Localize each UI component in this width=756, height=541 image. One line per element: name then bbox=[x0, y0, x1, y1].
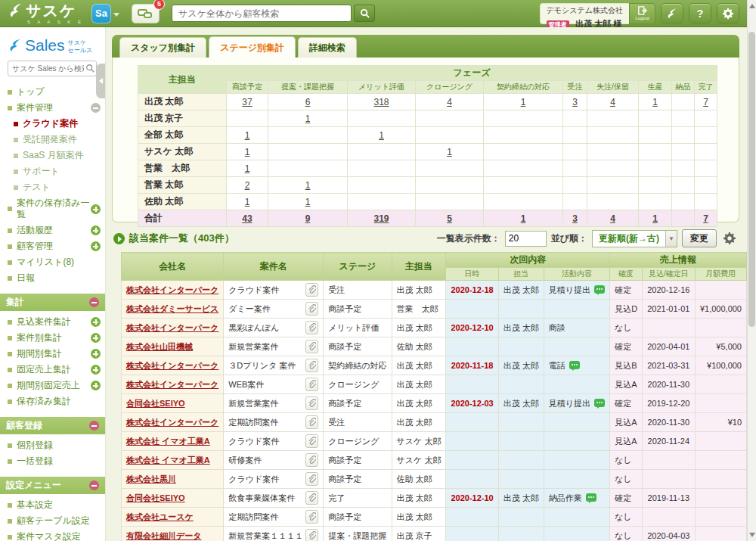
expand-plus-icon[interactable] bbox=[91, 333, 101, 343]
expand-plus-icon[interactable] bbox=[91, 241, 101, 251]
sidebar-item[interactable]: 基本設定 bbox=[0, 497, 105, 513]
scroll-down-arrow[interactable] bbox=[749, 533, 755, 537]
expand-plus-icon[interactable] bbox=[91, 225, 101, 235]
pivot-count-link[interactable]: 2 bbox=[245, 180, 250, 191]
pivot-count-link[interactable]: 1 bbox=[305, 197, 311, 207]
company-link[interactable]: 株式会社山田機械 bbox=[126, 342, 193, 351]
attachment-button[interactable] bbox=[305, 491, 318, 505]
collapse-minus-icon[interactable] bbox=[91, 103, 101, 113]
attachment-button[interactable] bbox=[305, 396, 318, 410]
company-link[interactable]: 株式会社インターパーク bbox=[126, 323, 218, 332]
collapse-minus-icon[interactable] bbox=[89, 480, 99, 490]
pivot-count-link[interactable]: 1 bbox=[652, 213, 658, 224]
pivot-count-link[interactable]: 4 bbox=[610, 97, 615, 107]
pivot-count-link[interactable]: 6 bbox=[305, 97, 311, 107]
collapse-minus-icon[interactable] bbox=[89, 297, 99, 307]
company-link[interactable]: 株式会社 イマオ工業A bbox=[126, 455, 210, 465]
sidebar-item[interactable]: トップ bbox=[0, 84, 105, 100]
comment-icon[interactable] bbox=[586, 493, 596, 502]
per-page-input[interactable] bbox=[505, 231, 547, 247]
company-link[interactable]: 株式会社インターパーク bbox=[126, 285, 218, 294]
collapse-minus-icon[interactable] bbox=[89, 421, 99, 431]
pivot-count-link[interactable]: 1 bbox=[521, 213, 526, 224]
company-link[interactable]: 合同会社SEIYO bbox=[126, 399, 185, 408]
pivot-count-link[interactable]: 9 bbox=[305, 213, 311, 224]
global-search-button[interactable] bbox=[354, 5, 375, 22]
company-link[interactable]: 株式会社ダミーサービス bbox=[126, 304, 218, 313]
comment-icon[interactable] bbox=[594, 399, 605, 407]
pivot-count-link[interactable]: 4 bbox=[610, 213, 615, 224]
sa-app-badge[interactable]: Sa bbox=[91, 4, 111, 23]
pivot-count-link[interactable]: 1 bbox=[652, 97, 658, 107]
pivot-count-link[interactable]: 1 bbox=[245, 147, 250, 157]
pivot-count-link[interactable]: 3 bbox=[572, 97, 578, 107]
attachment-button[interactable] bbox=[305, 359, 318, 372]
pivot-count-link[interactable]: 1 bbox=[379, 130, 384, 141]
attachment-button[interactable] bbox=[305, 283, 318, 297]
sidebar-item[interactable]: 期間別集計 bbox=[0, 346, 105, 362]
sidebar-item[interactable]: 顧客管理 bbox=[0, 238, 105, 254]
company-link[interactable]: 株式会社インターパーク bbox=[126, 361, 218, 370]
sidebar-item[interactable]: SaaS 月額案件 bbox=[0, 148, 105, 163]
page-scrollbar[interactable] bbox=[747, 0, 756, 541]
tab-active[interactable]: ステージ別集計 bbox=[209, 36, 296, 58]
pivot-count-link[interactable]: 1 bbox=[447, 147, 452, 157]
sidebar-item[interactable]: 案件管理 bbox=[0, 100, 105, 116]
comment-icon[interactable] bbox=[569, 361, 580, 369]
pivot-count-link[interactable]: 1 bbox=[245, 163, 250, 174]
attachment-button[interactable] bbox=[305, 529, 318, 541]
pivot-count-link[interactable]: 7 bbox=[703, 97, 708, 107]
pivot-count-link[interactable]: 37 bbox=[242, 97, 252, 107]
expand-plus-icon[interactable] bbox=[91, 381, 101, 390]
pivot-count-link[interactable]: 5 bbox=[447, 213, 452, 224]
company-link[interactable]: 株式会社インターパーク bbox=[126, 380, 218, 389]
sidebar-item[interactable]: マイリスト(8) bbox=[0, 254, 105, 270]
tab[interactable]: スタッフ別集計 bbox=[119, 37, 206, 58]
sidebar-item[interactable]: 案件マスタ設定 bbox=[0, 529, 105, 541]
sidebar-item[interactable]: 保存済み集計 bbox=[0, 393, 105, 409]
scroll-up-arrow[interactable] bbox=[749, 4, 755, 8]
sidebar-item[interactable]: テスト bbox=[0, 179, 105, 195]
pivot-count-link[interactable]: 7 bbox=[703, 213, 708, 224]
sidebar-item[interactable]: 受託開発案件 bbox=[0, 132, 105, 148]
attachment-button[interactable] bbox=[305, 378, 318, 391]
sidebar-item[interactable]: 固定売上集計 bbox=[0, 362, 105, 378]
pivot-count-link[interactable]: 3 bbox=[572, 213, 578, 224]
pivot-count-link[interactable]: 43 bbox=[242, 213, 252, 224]
company-link[interactable]: 株式会社インターパーク bbox=[126, 418, 218, 427]
scrollbar-thumb[interactable] bbox=[748, 32, 755, 327]
pivot-count-link[interactable]: 1 bbox=[245, 197, 250, 207]
saaske-home-button[interactable] bbox=[661, 3, 683, 23]
sidebar-item[interactable]: 期間別固定売上 bbox=[0, 378, 105, 393]
expand-plus-icon[interactable] bbox=[91, 349, 101, 359]
expand-plus-icon[interactable] bbox=[91, 365, 101, 375]
sidebar-item[interactable]: 案件別集計 bbox=[0, 330, 105, 346]
expand-plus-icon[interactable] bbox=[91, 204, 101, 214]
sidebar-item[interactable]: 見込案件集計 bbox=[0, 314, 105, 330]
change-button[interactable]: 変更 bbox=[682, 229, 717, 247]
pivot-count-link[interactable]: 318 bbox=[373, 97, 389, 107]
comment-icon[interactable] bbox=[594, 285, 605, 294]
list-settings-button[interactable] bbox=[723, 232, 736, 245]
attachment-button[interactable] bbox=[305, 415, 318, 429]
tab[interactable]: 詳細検索 bbox=[298, 37, 357, 58]
sa-dropdown-arrow-icon[interactable] bbox=[113, 13, 119, 17]
company-link[interactable]: 合同会社SEIYO bbox=[126, 493, 185, 502]
company-link[interactable]: 有限会社細川データ bbox=[126, 531, 202, 540]
company-link[interactable]: 株式会社黒川 bbox=[126, 474, 176, 483]
attachment-button[interactable] bbox=[305, 321, 318, 334]
attachment-button[interactable] bbox=[305, 302, 318, 316]
help-button[interactable]: ? bbox=[689, 3, 711, 23]
sidebar-item[interactable]: サポート bbox=[0, 163, 105, 179]
logout-button[interactable]: Logout bbox=[629, 3, 655, 24]
attachment-button[interactable] bbox=[305, 453, 318, 467]
attachment-button[interactable] bbox=[305, 434, 318, 448]
company-link[interactable]: 株式会社 イマオ工業A bbox=[126, 437, 210, 446]
sidebar-item[interactable]: 一括登録 bbox=[0, 453, 105, 469]
sidebar-item[interactable]: 案件の保存済み一覧 bbox=[0, 195, 105, 222]
pivot-count-link[interactable]: 4 bbox=[447, 97, 452, 107]
sidebar-collapse-handle[interactable] bbox=[96, 64, 106, 98]
pivot-count-link[interactable]: 1 bbox=[305, 113, 311, 124]
sidebar-item[interactable]: 日報 bbox=[0, 270, 105, 286]
attachment-button[interactable] bbox=[305, 340, 318, 353]
